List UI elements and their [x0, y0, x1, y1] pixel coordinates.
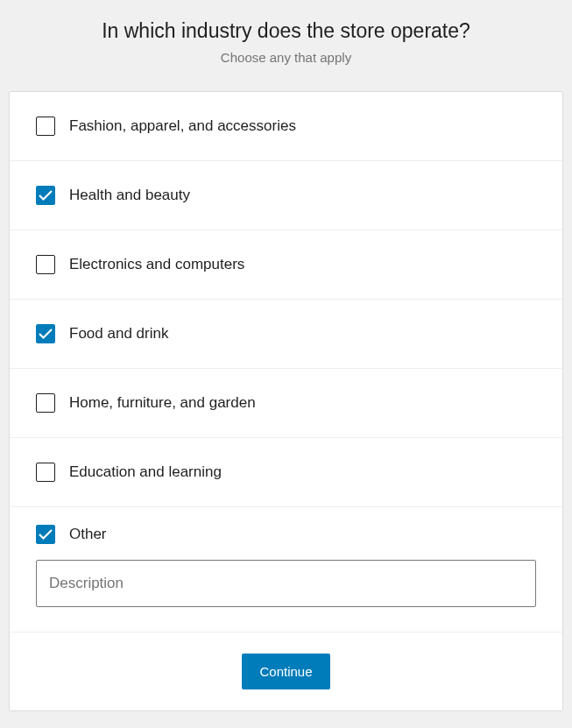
industry-card: Fashion, apparel, and accessories Health… [9, 91, 563, 711]
check-icon [39, 189, 53, 201]
option-label: Food and drink [69, 325, 168, 343]
option-label: Fashion, apparel, and accessories [69, 117, 296, 135]
option-food[interactable]: Food and drink [10, 300, 562, 369]
option-label: Other [69, 526, 107, 543]
option-label: Health and beauty [69, 187, 190, 204]
checkbox-health[interactable] [36, 186, 55, 205]
checkbox-fashion[interactable] [36, 117, 55, 136]
page-title: In which industry does the store operate… [18, 19, 554, 43]
option-label: Education and learning [69, 463, 222, 481]
form-header: In which industry does the store operate… [0, 0, 572, 81]
option-other: Other [10, 507, 562, 633]
option-electronics[interactable]: Electronics and computers [10, 230, 562, 300]
option-fashion[interactable]: Fashion, apparel, and accessories [10, 92, 562, 161]
page-subtitle: Choose any that apply [18, 50, 554, 65]
option-label: Home, furniture, and garden [69, 394, 256, 412]
option-other-row[interactable]: Other [36, 525, 536, 544]
option-label: Electronics and computers [69, 256, 244, 273]
other-description-input[interactable] [36, 560, 536, 607]
checkbox-food[interactable] [36, 324, 55, 343]
option-home[interactable]: Home, furniture, and garden [10, 369, 562, 438]
checkbox-education[interactable] [36, 463, 55, 482]
checkbox-home[interactable] [36, 393, 55, 413]
card-footer: Continue [10, 633, 562, 710]
option-health[interactable]: Health and beauty [10, 161, 562, 230]
checkbox-other[interactable] [36, 525, 55, 544]
option-education[interactable]: Education and learning [10, 438, 562, 507]
check-icon [39, 528, 53, 541]
check-icon [39, 328, 53, 340]
continue-button[interactable]: Continue [242, 654, 329, 689]
checkbox-electronics[interactable] [36, 255, 55, 274]
